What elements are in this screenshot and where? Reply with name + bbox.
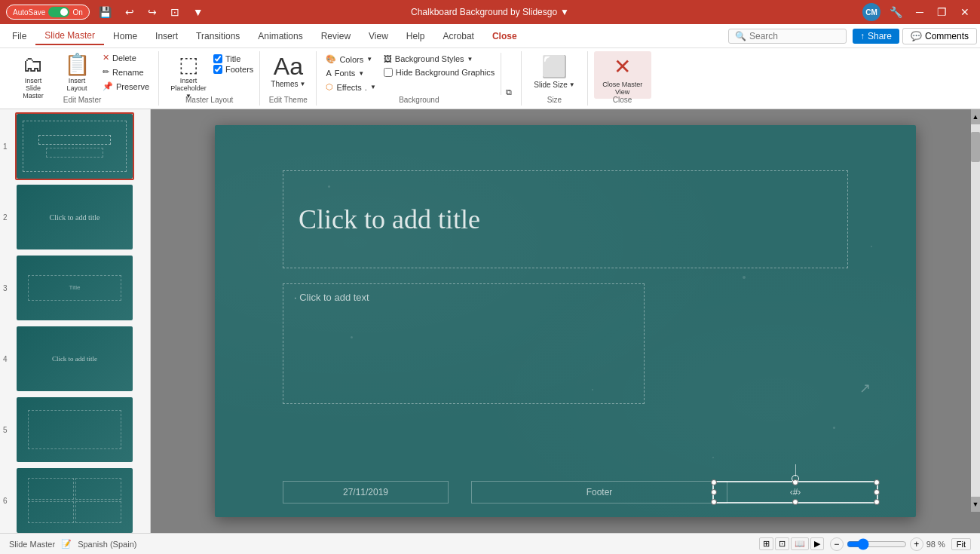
footers-checkbox-item[interactable]: Footers xyxy=(213,65,253,74)
save-button[interactable]: 💾 xyxy=(94,5,116,20)
search-box[interactable]: 🔍 xyxy=(728,29,847,44)
tab-home[interactable]: Home xyxy=(104,28,146,44)
slide-thumb-img-1 xyxy=(17,114,133,179)
handle-top-left[interactable] xyxy=(711,479,717,485)
preserve-icon: 📌 xyxy=(103,81,113,91)
footer-date[interactable]: 27/11/2019 xyxy=(283,481,449,503)
tab-review[interactable]: Review xyxy=(312,28,360,44)
user-avatar[interactable]: CM xyxy=(862,3,880,21)
insert-slide-master-button[interactable]: 🗂 Insert Slide Master xyxy=(12,51,54,103)
zoom-out-button[interactable]: − xyxy=(830,537,844,551)
handle-mid-left[interactable] xyxy=(711,489,717,495)
slide-thumb-1[interactable] xyxy=(15,112,134,180)
tab-transitions[interactable]: Transitions xyxy=(187,28,249,44)
rotate-dot[interactable] xyxy=(792,475,799,482)
preserve-button[interactable]: 📌 Preserve xyxy=(100,80,152,93)
close-master-view-button[interactable]: ✕ Close Master View xyxy=(594,51,651,99)
slide-thumb-5[interactable] xyxy=(15,396,134,464)
insert-placeholder-icon: ⬚ xyxy=(179,54,198,75)
slide-thumb-wrapper-6: 6 xyxy=(3,467,147,533)
autosave-toggle-switch[interactable] xyxy=(48,7,69,17)
colors-icon: 🎨 xyxy=(326,54,336,64)
scroll-down-arrow[interactable]: ▼ xyxy=(971,497,980,512)
hide-background-graphics-button[interactable]: Hide Background Graphics xyxy=(381,66,498,78)
footer-center[interactable]: Footer xyxy=(471,481,727,503)
scroll-up-arrow[interactable]: ▲ xyxy=(971,109,980,124)
footers-checkbox[interactable] xyxy=(213,65,222,74)
settings-button[interactable]: 🔧 xyxy=(885,5,907,20)
tab-slide-master[interactable]: Slide Master xyxy=(35,27,104,45)
canvas-area[interactable]: Click to add title · Click to add text 2… xyxy=(151,109,980,533)
zoom-in-button[interactable]: + xyxy=(910,537,923,551)
restore-button[interactable]: ❐ xyxy=(933,5,951,20)
handle-top-right[interactable] xyxy=(874,479,880,485)
handle-bot-left[interactable] xyxy=(711,499,717,505)
tab-view[interactable]: View xyxy=(360,28,397,44)
close-master-icon: ✕ xyxy=(614,54,631,79)
tab-animations[interactable]: Animations xyxy=(249,28,311,44)
slide-thumb-6[interactable] xyxy=(15,467,134,533)
handle-bot-right[interactable] xyxy=(874,499,880,505)
hide-background-checkbox[interactable] xyxy=(384,68,393,77)
effects-button[interactable]: ⬡ Effects . ▼ xyxy=(323,81,378,93)
slide-canvas[interactable]: Click to add title · Click to add text 2… xyxy=(215,125,916,517)
normal-view-button[interactable]: ⊞ xyxy=(759,537,773,550)
status-bar-right: ⊞ ⊡ 📖 ▶ − + 98 % Fit xyxy=(759,537,971,551)
slide-thumb-2[interactable]: Click to add title xyxy=(15,183,134,251)
slide-thumb-img-5 xyxy=(17,397,133,462)
insert-placeholder-button[interactable]: ⬚ Insert Placeholder ▼ xyxy=(165,51,212,103)
rename-button[interactable]: ✏ Rename xyxy=(100,66,152,78)
slideshow-button[interactable]: ▶ xyxy=(810,537,824,550)
slide-thumb-3[interactable]: Title xyxy=(15,254,134,322)
slide-thumb-wrapper-5: 5 xyxy=(3,396,147,464)
restore-down-button[interactable]: ⊡ xyxy=(166,5,184,20)
scroll-thumb[interactable] xyxy=(971,132,980,162)
handle-bot-center[interactable] xyxy=(792,499,798,505)
slide-thumb-4[interactable]: Click to add title xyxy=(15,325,134,393)
reading-view-button[interactable]: 📖 xyxy=(791,537,809,550)
title-placeholder[interactable]: Click to add title xyxy=(283,170,848,268)
handle-mid-right[interactable] xyxy=(874,489,880,495)
tab-shape-format[interactable]: Close xyxy=(483,28,526,44)
search-input[interactable] xyxy=(749,31,840,41)
zoom-range-input[interactable] xyxy=(847,538,907,550)
rotate-handle[interactable] xyxy=(792,464,799,482)
slide-sorter-button[interactable]: ⊡ xyxy=(775,537,789,550)
undo-button[interactable]: ↩ xyxy=(121,5,139,20)
background-styles-button[interactable]: 🖼 Background Styles ▼ xyxy=(381,53,498,65)
insert-layout-button[interactable]: 📋 Insert Layout xyxy=(56,51,98,95)
redo-button[interactable]: ↪ xyxy=(143,5,161,20)
tab-file[interactable]: File xyxy=(3,28,35,44)
fit-button[interactable]: Fit xyxy=(951,538,971,550)
tab-help[interactable]: Help xyxy=(397,28,434,44)
colors-button[interactable]: 🎨 Colors ▼ xyxy=(323,53,378,66)
autosave-toggle[interactable]: AutoSave On xyxy=(6,5,90,20)
master-layout-items: ⬚ Insert Placeholder ▼ Title Footers xyxy=(165,51,253,115)
slide-num-6: 6 xyxy=(3,497,12,505)
delete-button[interactable]: ✕ Delete xyxy=(100,51,152,64)
footer-number[interactable]: ‹#› xyxy=(712,481,878,503)
themes-button[interactable]: Aa Themes ▼ xyxy=(266,51,310,91)
close-button[interactable]: ✕ xyxy=(956,5,974,20)
title-checkbox-item[interactable]: Title xyxy=(213,54,253,63)
tab-insert[interactable]: Insert xyxy=(146,28,187,44)
comments-button[interactable]: 💬 Comments xyxy=(902,28,977,44)
minimize-button[interactable]: ─ xyxy=(911,5,928,20)
v-scrollbar[interactable]: ▲ ▼ xyxy=(971,109,980,512)
content-placeholder[interactable]: · Click to add text xyxy=(283,283,645,404)
background-dialog-launcher[interactable]: ⧉ xyxy=(503,53,515,99)
title-checkbox[interactable] xyxy=(213,54,222,63)
customize-toolbar-button[interactable]: ▼ xyxy=(188,5,208,20)
edit-master-col: ✕ Delete ✏ Rename 📌 Preserve xyxy=(100,51,152,93)
notes-icon[interactable]: 📝 xyxy=(61,539,72,549)
ribbon-content: 🗂 Insert Slide Master 📋 Insert Layout ✕ … xyxy=(0,48,980,109)
slide-size-button[interactable]: ⬜ Slide Size ▼ xyxy=(528,51,580,92)
effects-icon: ⬡ xyxy=(326,82,333,92)
background-col: 🎨 Colors ▼ A Fonts ▼ ⬡ Effects . ▼ xyxy=(323,51,378,93)
themes-arrow: ▼ xyxy=(299,81,305,87)
tab-acrobat[interactable]: Acrobat xyxy=(434,28,483,44)
share-button[interactable]: ↑ Share xyxy=(853,29,899,44)
title-dropdown-arrow[interactable]: ▼ xyxy=(560,7,569,17)
scroll-track[interactable] xyxy=(971,124,980,497)
fonts-button[interactable]: A Fonts ▼ xyxy=(323,67,378,79)
